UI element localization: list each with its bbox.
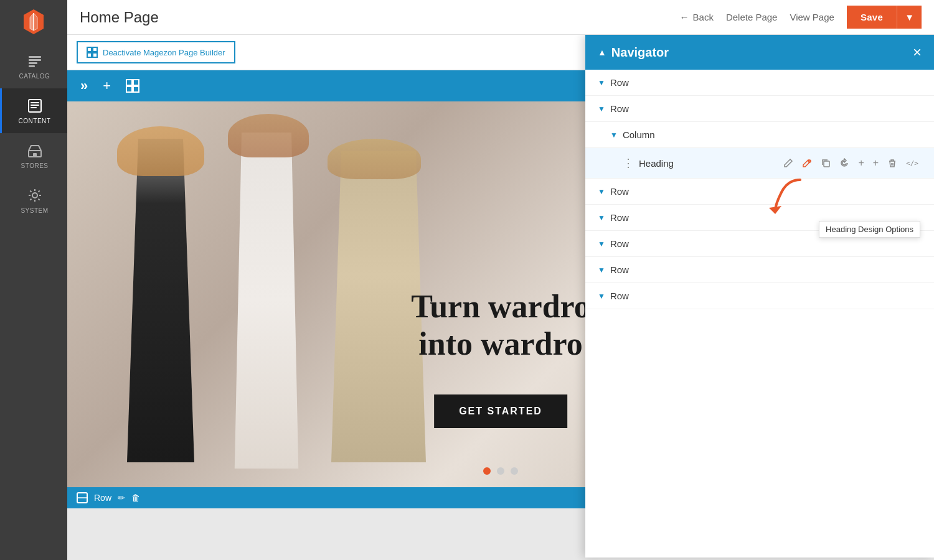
hero-text: Turn wardro into wardro [411, 288, 590, 363]
heading-add-after-button[interactable]: + [870, 156, 882, 170]
save-dropdown-button[interactable]: ▼ [897, 6, 922, 29]
row2-arrow-icon: ▼ [598, 105, 605, 113]
sidebar: CATALOG CONTENT STORES SYSTEM [0, 0, 67, 560]
figure-left [105, 139, 217, 462]
nav-row2-label: Row [610, 103, 922, 114]
heading-design-tooltip: Heading Design Options [819, 221, 920, 238]
row-delete-button[interactable]: 🗑 [131, 493, 140, 503]
nav-item-heading[interactable]: ⋮ Heading [585, 148, 934, 179]
arrows-button[interactable]: » [77, 77, 92, 95]
duplicate-icon [821, 158, 831, 168]
row5-arrow-icon: ▼ [598, 240, 605, 248]
figure-center [217, 133, 316, 469]
navigator-title: ▲ Navigator [598, 45, 669, 60]
carousel-dot-3[interactable] [511, 467, 518, 475]
nav-item-row2[interactable]: ▼ Row [585, 96, 934, 122]
heading-delete-button[interactable] [884, 156, 900, 170]
system-label: SYSTEM [21, 207, 48, 214]
row-label: Row [94, 493, 111, 503]
row1-arrow-icon: ▼ [598, 78, 605, 87]
nav-item-column[interactable]: ▼ Column [585, 122, 934, 148]
nav-item-row6[interactable]: ▼ Row [585, 257, 934, 283]
svg-rect-19 [93, 53, 97, 57]
grid-button[interactable] [122, 78, 143, 94]
stores-label: STORES [21, 162, 49, 169]
navigator-close-button[interactable]: × [913, 45, 922, 60]
svg-point-15 [32, 193, 37, 198]
save-group: Save ▼ [847, 6, 922, 29]
sidebar-item-stores[interactable]: STORES [0, 133, 67, 178]
row-edit-button[interactable]: ✏ [118, 493, 125, 503]
svg-rect-8 [29, 65, 35, 67]
content-icon [26, 97, 44, 114]
grid-icon [87, 47, 98, 58]
svg-rect-17 [93, 47, 97, 52]
nav-item-row3[interactable]: ▼ Row [585, 179, 934, 205]
row7-arrow-icon: ▼ [598, 292, 605, 301]
heading-drag-handle[interactable]: ⋮ [623, 156, 634, 170]
svg-rect-22 [126, 86, 132, 92]
heading-design-button[interactable] [799, 156, 815, 170]
svg-rect-10 [31, 102, 39, 103]
stores-icon [26, 142, 44, 159]
carousel-dot-2[interactable] [497, 467, 504, 475]
sidebar-item-system[interactable]: SYSTEM [0, 178, 67, 223]
delete-page-button[interactable]: Delete Page [726, 12, 778, 22]
edit-icon [783, 158, 793, 168]
svg-rect-21 [133, 80, 139, 85]
svg-rect-23 [133, 86, 139, 92]
navigator-header: ▲ Navigator × [585, 35, 934, 70]
main-area: Home Page ← Back Delete Page View Page S… [67, 0, 934, 560]
nav-row5-label: Row [610, 238, 922, 249]
nav-row6-label: Row [610, 264, 922, 275]
grid-layout-icon [126, 79, 139, 93]
svg-rect-11 [31, 105, 39, 106]
svg-rect-18 [87, 53, 92, 57]
collapse-icon: ▲ [598, 47, 606, 57]
svg-rect-12 [31, 107, 37, 108]
delete-icon [887, 158, 897, 168]
heading-duplicate-button[interactable] [818, 156, 834, 170]
hair-center [228, 114, 309, 157]
deactivate-button[interactable]: Deactivate Magezon Page Builder [77, 41, 235, 63]
nav-item-row7[interactable]: ▼ Row [585, 283, 934, 309]
back-button[interactable]: ← Back [680, 12, 714, 22]
row6-arrow-icon: ▼ [598, 266, 605, 274]
heading-actions: + + </> [780, 156, 922, 170]
hero-cta-button[interactable]: GET STARTED [434, 394, 567, 428]
top-bar-actions: ← Back Delete Page View Page Save ▼ [680, 6, 922, 29]
design-icon [802, 158, 812, 168]
heading-add-before-button[interactable]: + [855, 156, 867, 170]
svg-rect-14 [33, 153, 37, 157]
refresh-icon [839, 158, 849, 168]
carousel-dot-1[interactable] [483, 467, 491, 475]
nav-column-label: Column [623, 129, 922, 140]
heading-edit-button[interactable] [780, 156, 796, 170]
page-title: Home Page [80, 9, 159, 26]
hair-right [328, 139, 421, 179]
carousel-dots [483, 467, 518, 475]
catalog-label: CATALOG [19, 73, 50, 80]
sidebar-item-content[interactable]: CONTENT [0, 88, 67, 133]
nav-row3-label: Row [610, 186, 922, 197]
svg-rect-6 [29, 59, 41, 61]
navigator-panel: ▲ Navigator × ▼ Row ▼ Row ▼ [585, 35, 934, 558]
hair-left [117, 126, 204, 176]
content-label: CONTENT [19, 118, 51, 124]
save-button[interactable]: Save [847, 6, 897, 29]
heading-refresh-button[interactable] [836, 156, 852, 170]
row-icon [77, 492, 88, 503]
column-arrow-icon: ▼ [610, 131, 618, 139]
svg-rect-5 [29, 56, 41, 58]
top-bar: Home Page ← Back Delete Page View Page S… [67, 0, 934, 35]
svg-rect-20 [126, 80, 132, 85]
row3-arrow-icon: ▼ [598, 187, 605, 196]
magento-logo-icon [20, 8, 47, 35]
add-button[interactable]: + [99, 77, 115, 95]
nav-row7-label: Row [610, 291, 922, 301]
sidebar-item-catalog[interactable]: CATALOG [0, 44, 67, 88]
nav-item-row1[interactable]: ▼ Row [585, 70, 934, 96]
view-page-button[interactable]: View Page [790, 12, 834, 22]
system-icon [26, 187, 44, 204]
heading-code-button[interactable]: </> [903, 157, 922, 169]
